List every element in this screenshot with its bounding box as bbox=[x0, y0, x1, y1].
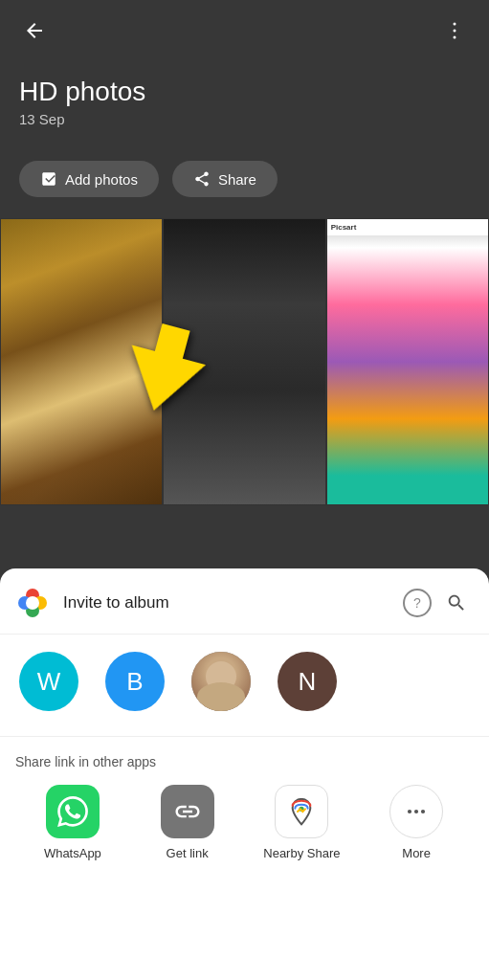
more-icon bbox=[389, 785, 443, 838]
nearbyshare-label: Nearby Share bbox=[263, 846, 340, 860]
share-button[interactable]: Share bbox=[172, 161, 278, 197]
svg-point-2 bbox=[454, 36, 456, 39]
invite-row: Invite to album ? bbox=[0, 568, 489, 635]
photo-cell-3[interactable]: Picsart bbox=[326, 218, 489, 505]
top-bar bbox=[0, 0, 489, 61]
nearbyshare-icon bbox=[275, 785, 328, 838]
svg-point-12 bbox=[421, 810, 425, 813]
add-photos-label: Add photos bbox=[65, 171, 138, 188]
more-label: More bbox=[402, 846, 431, 860]
album-date: 13 Sep bbox=[19, 111, 145, 127]
avatar-w[interactable]: W bbox=[19, 652, 78, 711]
share-link-label: Share link in other apps bbox=[15, 754, 474, 769]
svg-point-10 bbox=[408, 810, 411, 813]
album-title: HD photos bbox=[19, 77, 145, 107]
nearbyshare-item[interactable]: Nearby Share bbox=[254, 785, 349, 860]
contact-item-b[interactable]: B bbox=[105, 652, 165, 719]
avatar-n[interactable]: N bbox=[278, 652, 337, 711]
svg-point-0 bbox=[454, 23, 456, 26]
whatsapp-label: WhatsApp bbox=[44, 846, 101, 860]
getlink-label: Get link bbox=[167, 846, 209, 860]
search-button[interactable] bbox=[439, 586, 474, 620]
svg-marker-3 bbox=[117, 318, 213, 421]
avatar-b[interactable]: B bbox=[105, 652, 165, 711]
share-apps-row: WhatsApp Get link bbox=[15, 785, 474, 860]
avatar-photo[interactable] bbox=[191, 652, 251, 711]
svg-point-11 bbox=[414, 810, 418, 813]
svg-point-8 bbox=[26, 596, 39, 610]
contact-item-w[interactable]: W bbox=[19, 652, 78, 719]
face-placeholder bbox=[191, 652, 251, 711]
contact-item-photo[interactable] bbox=[191, 652, 251, 719]
add-photos-button[interactable]: Add photos bbox=[19, 161, 159, 197]
share-link-section: Share link in other apps WhatsApp G bbox=[0, 737, 489, 870]
help-button[interactable]: ? bbox=[403, 589, 432, 617]
getlink-item[interactable]: Get link bbox=[140, 785, 235, 860]
invite-text: Invite to album bbox=[63, 593, 403, 612]
whatsapp-icon bbox=[46, 785, 100, 838]
whatsapp-item[interactable]: WhatsApp bbox=[25, 785, 121, 860]
back-button[interactable] bbox=[15, 11, 54, 50]
help-icon: ? bbox=[413, 595, 421, 611]
photo-grid: Picsart bbox=[0, 218, 489, 505]
share-label: Share bbox=[218, 171, 256, 188]
bottom-sheet: Invite to album ? W B N bbox=[0, 568, 489, 980]
getlink-icon bbox=[161, 785, 214, 838]
contact-item-n[interactable]: N bbox=[278, 652, 337, 719]
more-item[interactable]: More bbox=[368, 785, 464, 860]
action-buttons: Add photos Share bbox=[19, 161, 278, 197]
contacts-row: W B N bbox=[0, 635, 489, 737]
more-options-button[interactable] bbox=[435, 11, 474, 50]
svg-point-1 bbox=[454, 30, 456, 33]
title-section: HD photos 13 Sep bbox=[19, 77, 145, 127]
google-photos-icon bbox=[15, 586, 50, 620]
